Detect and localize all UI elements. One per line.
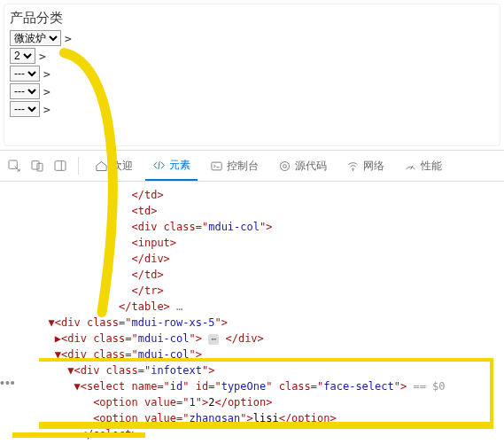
- select-row-0: 微波炉 >: [10, 30, 494, 46]
- select-row-3: --- >: [10, 83, 494, 99]
- select-row-1: 2 >: [10, 48, 494, 64]
- devtools-panel: 欢迎 元素 控制台 源代码 网络 性能 </td>: [0, 150, 504, 444]
- separator-1: >: [39, 50, 46, 63]
- device-emulation-icon[interactable]: [28, 157, 46, 175]
- tab-welcome[interactable]: 欢迎: [88, 151, 140, 181]
- svg-rect-3: [55, 161, 66, 171]
- separator-4: >: [43, 103, 50, 116]
- devtools-toolbar: 欢迎 元素 控制台 源代码 网络 性能: [0, 150, 504, 182]
- dom-tree[interactable]: </td> <td> <div class="mdui-col"> <input…: [0, 182, 504, 444]
- tab-network[interactable]: 网络: [339, 151, 392, 181]
- tab-sources[interactable]: 源代码: [271, 151, 334, 181]
- category-select-3[interactable]: ---: [10, 83, 40, 99]
- svg-rect-5: [212, 162, 221, 170]
- separator-3: >: [43, 85, 50, 98]
- app-preview-pane: 产品分类 微波炉 > 2 > --- > --- > --- >: [4, 4, 500, 146]
- category-select-2[interactable]: ---: [10, 66, 40, 82]
- dock-icon[interactable]: [51, 157, 69, 175]
- separator-0: >: [65, 32, 72, 45]
- select-row-4: --- >: [10, 101, 494, 117]
- ellipsis-icon[interactable]: ⋯: [208, 334, 219, 345]
- overflow-indicator-icon: •••: [0, 376, 16, 390]
- tab-console[interactable]: 控制台: [203, 151, 266, 181]
- category-select-1[interactable]: 2: [10, 48, 35, 64]
- tab-performance[interactable]: 性能: [397, 151, 449, 181]
- selected-dom-node: ▼<select name="id" id="typeOne" class="f…: [4, 378, 504, 394]
- svg-rect-1: [32, 161, 39, 169]
- inspect-icon[interactable]: [5, 157, 23, 175]
- svg-point-8: [353, 169, 353, 170]
- select-row-2: --- >: [10, 66, 494, 82]
- category-select-0[interactable]: 微波炉: [10, 30, 61, 46]
- svg-rect-2: [37, 163, 43, 171]
- svg-point-7: [281, 161, 290, 170]
- svg-point-6: [283, 164, 287, 167]
- category-select-4[interactable]: ---: [10, 101, 40, 117]
- separator-2: >: [43, 67, 50, 81]
- tab-elements[interactable]: 元素: [145, 151, 198, 181]
- page-title: 产品分类: [10, 10, 494, 27]
